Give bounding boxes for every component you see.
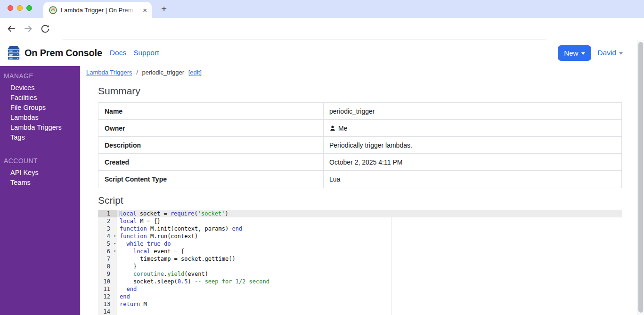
sidebar-item-devices[interactable]: Devices	[0, 83, 80, 93]
forward-icon[interactable]	[23, 23, 34, 34]
new-button[interactable]: New	[558, 45, 591, 61]
breadcrumb: Lambda Triggers / periodic_trigger [edit…	[86, 69, 637, 78]
person-icon	[329, 125, 336, 132]
sidebar-nav: MANAGEDevicesFacilitiesFile GroupsLambda…	[0, 66, 80, 315]
row-value-text: Lua	[329, 175, 340, 183]
sidebar-section-title: ACCOUNT	[0, 157, 80, 168]
favicon	[49, 6, 57, 14]
browser-toolbar: console.on-prem.net/lambda-trigger/cj7br…	[0, 18, 644, 40]
chevron-down-icon	[619, 52, 623, 55]
zoom-window-button[interactable]	[26, 5, 32, 11]
row-value: periodic_trigger	[324, 103, 621, 119]
sidebar-item-facilities[interactable]: Facilities	[0, 93, 80, 103]
new-tab-button[interactable]: +	[158, 3, 170, 15]
code-text: end	[117, 293, 130, 300]
breadcrumb-link-lambda-triggers[interactable]: Lambda Triggers	[86, 69, 132, 76]
row-value: Lua	[324, 171, 621, 188]
row-value-text: October 2, 2025 4:11 PM	[329, 158, 402, 166]
sidebar-item-lambda-triggers[interactable]: Lambda Triggers	[0, 123, 80, 133]
sidebar-section-title: MANAGE	[0, 72, 80, 83]
code-text: socket.sleep(0.5) -- seep for 1/2 second	[117, 278, 269, 285]
code-text: timestamp = socket.gettime()	[117, 255, 236, 263]
row-value-text: Me	[338, 124, 347, 132]
summary-heading: Summary	[98, 85, 622, 97]
line-number: 8	[98, 263, 117, 270]
table-row: OwnerMe	[98, 120, 621, 137]
reload-icon[interactable]	[40, 23, 51, 34]
code-line[interactable]: 1local socket = require('socket')	[98, 210, 622, 217]
code-line[interactable]: 2local M = {}	[98, 217, 622, 225]
header-nav: Docs Support	[110, 49, 159, 57]
code-text: coroutine.yield(event)	[117, 270, 208, 278]
scrollbar-thumb[interactable]	[638, 42, 643, 313]
fold-arrow-icon[interactable]: ▾	[114, 248, 116, 255]
close-window-button[interactable]	[8, 5, 13, 11]
code-editor[interactable]: 1local socket = require('socket')2local …	[98, 210, 622, 315]
line-number: 10	[98, 278, 117, 285]
code-line[interactable]: 5▾ while true do	[98, 240, 622, 248]
code-line[interactable]: 7 timestamp = socket.gettime()	[98, 255, 622, 263]
minimize-window-button[interactable]	[17, 5, 23, 11]
sidebar-item-file-groups[interactable]: File Groups	[0, 103, 80, 113]
edit-link[interactable]: [edit]	[188, 69, 202, 76]
browser-tab-strip: Lambda Trigger | On Prem Co × +	[0, 0, 644, 18]
table-row: CreatedOctober 2, 2025 4:11 PM	[98, 154, 621, 171]
code-line[interactable]: 11 end	[98, 285, 622, 293]
user-menu[interactable]: David	[597, 49, 623, 57]
code-text: local socket = require('socket')	[117, 210, 228, 217]
code-line[interactable]: 8 }	[98, 263, 622, 270]
fold-arrow-icon[interactable]: ▾	[114, 232, 116, 240]
row-value-text: Periodically trigger lambdas.	[329, 141, 412, 149]
nav-link-support[interactable]: Support	[133, 49, 159, 57]
code-line[interactable]: 13return M	[98, 300, 622, 308]
line-number: 11	[98, 285, 117, 293]
sidebar-item-api-keys[interactable]: API Keys	[0, 168, 80, 178]
sidebar-item-lambdas[interactable]: Lambdas	[0, 113, 80, 123]
line-number: 4▾	[98, 232, 117, 240]
code-line[interactable]: 9 coroutine.yield(event)	[98, 270, 622, 278]
row-value: Periodically trigger lambdas.	[324, 137, 621, 153]
browser-tab[interactable]: Lambda Trigger | On Prem Co ×	[43, 2, 152, 18]
summary-table: Nameperiodic_triggerOwnerMeDescriptionPe…	[98, 102, 622, 188]
line-number: 7	[98, 255, 117, 263]
sidebar-item-tags[interactable]: Tags	[0, 133, 80, 142]
code-text: return M	[117, 300, 147, 308]
chevron-down-icon	[581, 52, 585, 55]
code-text: function M.init(context, params) end	[117, 225, 242, 232]
breadcrumb-current: periodic_trigger	[142, 69, 184, 76]
breadcrumb-separator: /	[136, 69, 138, 76]
row-label: Script Content Type	[98, 171, 324, 188]
line-number: 14	[98, 308, 117, 315]
line-number: 1	[98, 210, 117, 217]
line-number: 6▾	[98, 248, 117, 255]
main-content: Lambda Triggers / periodic_trigger [edit…	[80, 66, 637, 315]
line-number: 9	[98, 270, 117, 278]
code-text: end	[117, 285, 137, 293]
code-line[interactable]: 4▾function M.run(context)	[98, 232, 622, 240]
code-line[interactable]: 10 socket.sleep(0.5) -- seep for 1/2 sec…	[98, 278, 622, 285]
line-number: 2	[98, 217, 117, 225]
tab-title: Lambda Trigger | On Prem Co	[61, 7, 135, 14]
script-heading: Script	[98, 195, 622, 206]
line-number: 5▾	[98, 240, 117, 248]
code-text: local event = {	[117, 248, 184, 255]
code-line[interactable]: 14	[98, 308, 622, 315]
code-line[interactable]: 3function M.init(context, params) end	[98, 225, 622, 232]
app-title: On Prem Console	[24, 48, 102, 58]
nav-link-docs[interactable]: Docs	[110, 49, 126, 57]
scrollbar-track[interactable]	[637, 40, 644, 315]
code-line[interactable]: 6▾ local event = {	[98, 248, 622, 255]
code-line[interactable]: 12end	[98, 293, 622, 300]
sidebar-item-teams[interactable]: Teams	[0, 178, 80, 188]
row-label: Owner	[98, 120, 324, 136]
line-number: 3	[98, 225, 117, 232]
fold-arrow-icon[interactable]: ▾	[114, 240, 116, 248]
row-label: Description	[98, 137, 324, 153]
table-row: DescriptionPeriodically trigger lambdas.	[98, 137, 621, 154]
back-icon[interactable]	[6, 23, 17, 34]
code-text: while true do	[117, 240, 171, 248]
code-text: local M = {}	[117, 217, 161, 225]
window-controls	[8, 5, 32, 11]
code-text	[117, 308, 120, 315]
close-tab-icon[interactable]: ×	[143, 7, 147, 14]
